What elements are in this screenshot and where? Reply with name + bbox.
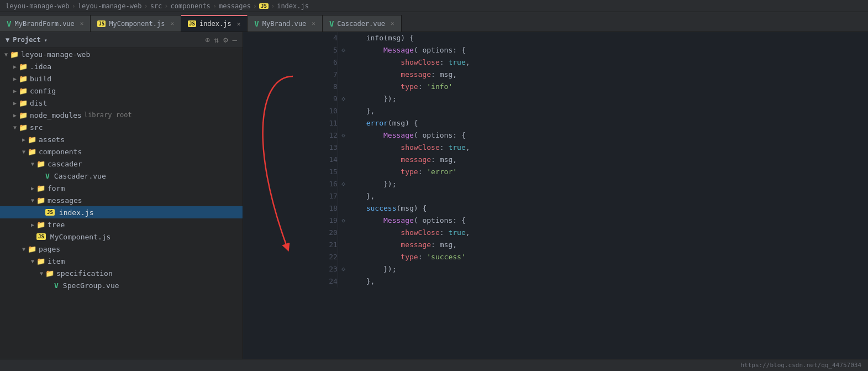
sort-icon[interactable]: ⇅ [214, 35, 219, 44]
tree-item-pages[interactable]: ▼ 📁 pages [0, 243, 243, 255]
tab-label: MyComponent.js [109, 20, 165, 28]
close-icon[interactable]: ✕ [312, 20, 315, 27]
code-line-row: 23◇ }); [243, 263, 868, 275]
tree-item-label: components [39, 148, 82, 156]
arrow-icon: ▶ [11, 76, 19, 82]
minimize-icon[interactable]: — [233, 35, 237, 44]
code-line-row: 7 message: msg, [243, 69, 868, 81]
tree-item-cascader-vue[interactable]: ▶ V Cascader.vue [0, 170, 243, 182]
close-icon[interactable]: ✕ [170, 20, 174, 27]
tree-item-idea[interactable]: ▶ 📁 .idea [0, 60, 243, 72]
tab-indexjs[interactable]: JS index.js ✕ [181, 15, 248, 32]
line-gutter [338, 56, 349, 69]
close-icon[interactable]: ✕ [391, 20, 394, 27]
code-area[interactable]: 4 info(msg) {5◇ Message( options: {6 sho… [243, 32, 868, 359]
line-gutter [338, 227, 349, 239]
close-icon[interactable]: ✕ [80, 20, 84, 27]
line-gutter [338, 166, 349, 178]
code-table: 4 info(msg) {5◇ Message( options: {6 sho… [243, 32, 868, 288]
breadcrumb-sep: › [164, 2, 168, 10]
tree-item-components[interactable]: ▼ 📁 components [0, 145, 243, 158]
code-line-row: 9◇ }); [243, 93, 868, 105]
line-number: 24 [243, 275, 338, 288]
tree-item-form[interactable]: ▶ 📁 form [0, 182, 243, 194]
tree-item-label: cascader [48, 160, 82, 168]
arrow-icon: ▼ [20, 246, 28, 252]
tree-item-item[interactable]: ▼ 📁 item [0, 255, 243, 267]
close-icon[interactable]: ✕ [237, 20, 241, 28]
js-file-icon: JS [45, 209, 55, 216]
tree-item-label: node_modules [30, 111, 82, 119]
breadcrumb-item: messages [219, 2, 251, 10]
tree-item-label: Cascader.vue [54, 172, 106, 180]
code-content: }); [349, 263, 867, 275]
settings-icon[interactable]: ⚙ [223, 35, 228, 44]
code-content: Message( options: { [349, 215, 867, 227]
tab-label: MyBrandForm.vue [14, 20, 74, 28]
breadcrumb-sep: › [253, 2, 257, 10]
vue-file-icon: V [45, 172, 50, 180]
tree-item-assets[interactable]: ▶ 📁 assets [0, 133, 243, 145]
tab-mybrandform[interactable]: V MyBrandForm.vue ✕ [0, 15, 91, 32]
arrow-icon: ▼ [20, 149, 28, 155]
code-line-row: 20 showClose: true, [243, 227, 868, 239]
line-gutter [338, 105, 349, 117]
tree-item-label: dist [30, 99, 47, 107]
tree-item-mycomponent[interactable]: ▶ JS MyComponent.js [0, 231, 243, 243]
code-content: }); [349, 178, 867, 190]
code-content: message: msg, [349, 239, 867, 251]
tree-item-index-js[interactable]: ▶ JS index.js [0, 206, 243, 218]
tree-item-messages[interactable]: ▼ 📁 messages [0, 194, 243, 206]
code-content: showClose: true, [349, 227, 867, 239]
tree-item-config[interactable]: ▶ 📁 config [0, 85, 243, 97]
js-file-icon: JS [36, 233, 46, 240]
line-gutter: ◇ [338, 215, 349, 227]
tree-item-root[interactable]: ▼ 📁 leyou-manage-web [0, 48, 243, 60]
breadcrumb-item: index.js [277, 2, 309, 10]
line-number: 23 [243, 263, 338, 275]
code-line-row: 15 type: 'error' [243, 166, 868, 178]
tree-item-specification[interactable]: ▼ 📁 specification [0, 267, 243, 279]
tree-item-build[interactable]: ▶ 📁 build [0, 72, 243, 85]
tree-item-cascader-dir[interactable]: ▼ 📁 cascader [0, 158, 243, 170]
vue-icon: V [254, 19, 259, 28]
arrow-icon: ▶ [11, 112, 19, 118]
arrow-icon: ▶ [11, 64, 19, 70]
add-icon[interactable]: ⊕ [205, 35, 209, 44]
breadcrumb-item: src [150, 2, 162, 10]
line-gutter [338, 154, 349, 166]
folder-icon: 📁 [19, 75, 28, 83]
tree-item-specgroup[interactable]: ▶ V SpecGroup.vue [0, 279, 243, 291]
breadcrumb-item: components [171, 2, 211, 10]
status-url: https://blog.csdn.net/qq_44757034 [740, 362, 861, 369]
code-content: error(msg) { [349, 117, 867, 129]
code-line-row: 19◇ Message( options: { [243, 215, 868, 227]
line-gutter [338, 251, 349, 263]
tree-item-dist[interactable]: ▶ 📁 dist [0, 97, 243, 109]
folder-icon: 📁 [28, 135, 36, 144]
line-gutter [338, 239, 349, 251]
code-line-row: 6 showClose: true, [243, 56, 868, 69]
line-gutter: ◇ [338, 93, 349, 105]
line-gutter: ◇ [338, 44, 349, 56]
js-icon: JS [97, 20, 106, 27]
dropdown-icon[interactable]: ▾ [44, 37, 48, 43]
status-bar: https://blog.csdn.net/qq_44757034 [0, 359, 868, 371]
tab-mybrand[interactable]: V MyBrand.vue ✕ [248, 15, 323, 32]
tree-item-tree[interactable]: ▶ 📁 tree [0, 218, 243, 231]
line-number: 7 [243, 69, 338, 81]
tree-item-node-modules[interactable]: ▶ 📁 node_modules library root [0, 109, 243, 121]
tree-item-label: config [30, 87, 56, 95]
tree-item-src[interactable]: ▼ 📁 src [0, 121, 243, 133]
line-number: 14 [243, 154, 338, 166]
line-gutter [338, 117, 349, 129]
folder-icon: 📁 [28, 245, 36, 253]
tree-item-label: SpecGroup.vue [63, 281, 119, 290]
breadcrumb-sep: › [271, 2, 275, 10]
line-number: 10 [243, 105, 338, 117]
arrow-icon: ▼ [2, 51, 10, 58]
tab-cascader[interactable]: V Cascader.vue ✕ [323, 15, 402, 32]
sidebar-title-label: Project [13, 36, 41, 44]
tab-mycomponent[interactable]: JS MyComponent.js ✕ [91, 15, 181, 32]
code-content: type: 'success' [349, 251, 867, 263]
